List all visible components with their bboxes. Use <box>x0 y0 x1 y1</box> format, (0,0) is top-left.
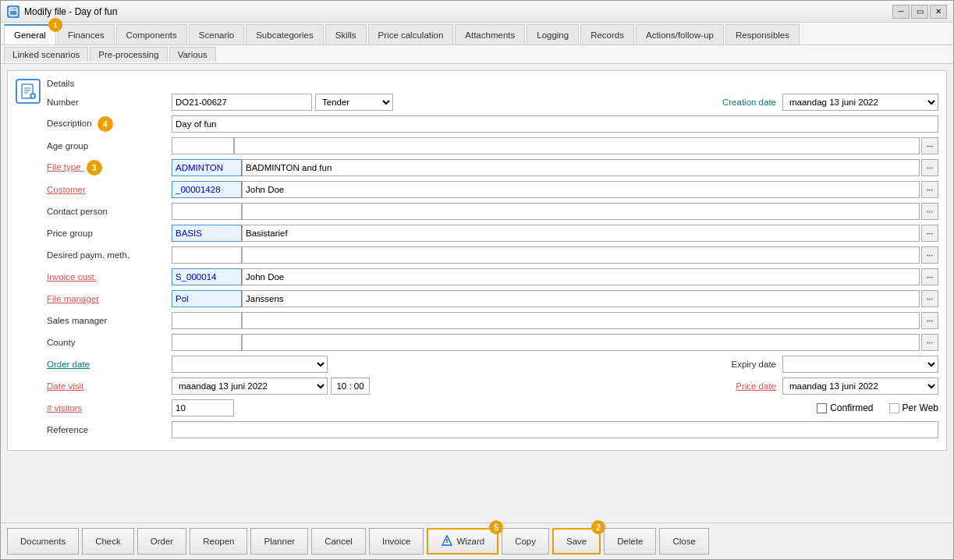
customer-code-input[interactable] <box>172 181 242 198</box>
documents-button[interactable]: Documents <box>7 528 79 555</box>
tab-skills[interactable]: Skills <box>325 24 367 44</box>
footer-bar: Documents Check Order Reopen Planner Can… <box>1 523 953 559</box>
invoice-cust-label[interactable]: Invoice cust. <box>47 272 172 282</box>
description-input[interactable] <box>172 115 938 133</box>
contact-person-row: Contact person ··· <box>47 202 938 221</box>
invoice-cust-value-input[interactable] <box>242 268 920 285</box>
tab-various[interactable]: Various <box>169 47 216 62</box>
minimize-button[interactable]: ─ <box>892 5 910 19</box>
order-expiry-row: Order date Expiry date <box>47 355 938 374</box>
invoice-cust-dots-button[interactable]: ··· <box>921 268 938 285</box>
sales-manager-dots-button[interactable]: ··· <box>921 312 938 329</box>
price-group-value-input[interactable] <box>242 225 920 242</box>
file-type-dots-button[interactable]: ··· <box>921 159 938 176</box>
tab-linked-scenarios[interactable]: Linked scenarios <box>4 47 88 62</box>
expiry-date-select[interactable] <box>782 356 938 373</box>
wizard-button[interactable]: Wizard <box>427 528 498 555</box>
contact-person-code-input[interactable] <box>172 203 242 220</box>
file-manager-label[interactable]: File manager <box>47 294 172 303</box>
tab-logging[interactable]: Logging <box>527 24 579 44</box>
price-date-select[interactable]: maandag 13 juni 2022 <box>782 377 938 395</box>
tab-subcategories[interactable]: Subcategories <box>246 24 324 44</box>
reopen-button[interactable]: Reopen <box>190 528 247 555</box>
copy-button[interactable]: Copy <box>502 528 549 555</box>
perweb-checkbox <box>889 403 899 413</box>
tab-actions-followup[interactable]: Actions/follow-up <box>636 24 724 44</box>
invoice-cust-row: Invoice cust. ··· <box>47 268 938 286</box>
confirmed-label: Confirmed <box>830 402 873 413</box>
invoice-button[interactable]: Invoice <box>369 528 424 555</box>
customer-dots-button[interactable]: ··· <box>921 181 938 198</box>
desired-paym-value-input[interactable] <box>242 246 920 264</box>
cancel-button[interactable]: Cancel <box>311 528 366 555</box>
main-window: Modify file - Day of fun ─ ▭ ✕ General 1… <box>0 0 954 560</box>
tab-finances[interactable]: Finances <box>58 24 115 44</box>
contact-person-dots-button[interactable]: ··· <box>921 203 938 220</box>
order-button[interactable]: Order <box>137 528 186 555</box>
date-visit-select[interactable]: maandag 13 juni 2022 <box>172 377 328 395</box>
sales-manager-value-input[interactable] <box>242 312 920 329</box>
top-tab-bar: General 1 Finances Components Scenario S… <box>1 23 953 45</box>
county-value-input[interactable] <box>242 334 920 351</box>
invoice-cust-code-input[interactable] <box>172 268 242 285</box>
app-icon <box>7 5 20 18</box>
file-manager-value-input[interactable] <box>242 290 920 307</box>
close-window-button[interactable]: Close <box>659 528 708 555</box>
number-type-select[interactable]: Tender <box>315 94 393 111</box>
desired-paym-dots-button[interactable]: ··· <box>921 246 938 264</box>
details-panel: Details Number Tender Creation date maa <box>7 70 947 451</box>
visitors-input[interactable] <box>172 399 234 416</box>
order-date-label[interactable]: Order date <box>47 360 172 369</box>
contact-person-group: ··· <box>172 203 938 220</box>
contact-person-value-input[interactable] <box>242 203 920 220</box>
date-visit-label[interactable]: Date visit <box>47 381 172 391</box>
file-manager-dots-button[interactable]: ··· <box>921 290 938 307</box>
customer-value-input[interactable] <box>242 181 920 198</box>
price-group-group: ··· <box>172 225 938 242</box>
details-icon <box>16 79 41 104</box>
planner-button[interactable]: Planner <box>250 528 308 555</box>
reference-input[interactable] <box>172 421 938 438</box>
age-group-group: ··· <box>172 137 938 154</box>
price-group-dots-button[interactable]: ··· <box>921 225 938 242</box>
close-button[interactable]: ✕ <box>930 5 947 19</box>
tab-components[interactable]: Components <box>116 24 187 44</box>
county-dots-button[interactable]: ··· <box>921 334 938 351</box>
restore-button[interactable]: ▭ <box>911 5 928 19</box>
county-code-input[interactable] <box>172 334 242 351</box>
age-group-code-input[interactable] <box>172 137 234 154</box>
price-group-code-input[interactable] <box>172 225 242 242</box>
tab-preprocessing[interactable]: Pre-processing <box>90 47 167 62</box>
price-date-label[interactable]: Price date <box>736 381 776 391</box>
customer-label[interactable]: Customer <box>47 185 172 194</box>
svg-rect-0 <box>9 8 17 16</box>
desired-paym-code-input[interactable] <box>172 246 242 264</box>
number-input[interactable] <box>172 94 312 111</box>
details-header: Details Number Tender Creation date maa <box>16 79 938 442</box>
age-group-dots-button[interactable]: ··· <box>921 137 938 154</box>
date-visit-time-input[interactable] <box>331 377 370 395</box>
check-button[interactable]: Check <box>82 528 134 555</box>
visitors-label[interactable]: # visitors <box>47 403 172 413</box>
file-type-value-input[interactable] <box>242 159 920 176</box>
delete-button[interactable]: Delete <box>604 528 656 555</box>
tab-price-calculation[interactable]: Price calculation <box>368 24 454 44</box>
tab-responsibles[interactable]: Responsibles <box>725 24 800 44</box>
window-controls: ─ ▭ ✕ <box>892 5 947 19</box>
age-group-row: Age group ··· <box>47 136 938 155</box>
sales-manager-code-input[interactable] <box>172 312 242 329</box>
file-type-code-input[interactable] <box>172 159 242 176</box>
title-bar: Modify file - Day of fun ─ ▭ ✕ <box>1 1 953 23</box>
tab-records[interactable]: Records <box>580 24 634 44</box>
age-group-value-input[interactable] <box>234 137 920 154</box>
file-type-label[interactable]: File type 3 <box>47 160 172 175</box>
creation-date-select[interactable]: maandag 13 juni 2022 <box>782 94 938 111</box>
date-visit-row: Date visit maandag 13 juni 2022 Price da… <box>47 377 938 395</box>
order-date-select[interactable] <box>172 356 328 373</box>
details-content: Details Number Tender Creation date maa <box>47 79 938 442</box>
tab-attachments[interactable]: Attachments <box>455 24 525 44</box>
file-manager-code-input[interactable] <box>172 290 242 307</box>
tab-scenario[interactable]: Scenario <box>189 24 244 44</box>
confirmed-checkbox[interactable] <box>817 403 827 413</box>
desired-paym-label: Desired paym. meth. <box>47 250 172 260</box>
